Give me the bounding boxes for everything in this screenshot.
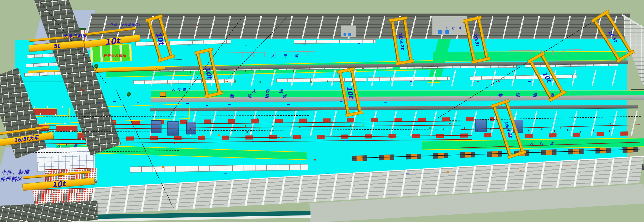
label-walkway-bl: 人行道 <box>57 143 82 148</box>
label-logistics-left: 物流通道 <box>230 94 300 99</box>
label-feiji-area: （飞机、小件摆放区） <box>107 23 142 27</box>
label-walkway-mid2: 人行道 <box>172 87 188 92</box>
label-walkway-topright: 人行道 <box>445 26 465 30</box>
label-logistics-right: 物流通道 <box>498 93 567 98</box>
label-banzu-learning: 班组学习园地 <box>103 54 126 58</box>
label-xiaojian-line1: 小件、标准 <box>1 169 30 176</box>
label-dajian-area: 大件运料区 <box>63 34 87 39</box>
label-walkway-mid: 人行道 <box>252 89 293 94</box>
label-walkway-br: 人行道 <box>530 141 560 146</box>
label-walkway-top: 人行道 <box>271 53 306 58</box>
label-xiaojian-line2: 件理料区 <box>0 176 23 183</box>
orange-parts <box>0 0 2 1</box>
3d-viewport[interactable]: 5t10t 10t16/5t天车10t 10t 10t 16/3.2t <box>0 0 644 222</box>
